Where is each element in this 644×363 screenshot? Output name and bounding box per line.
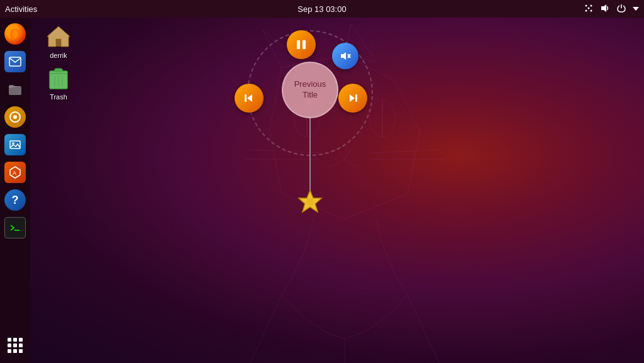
desktop-icons: derrik Trash bbox=[36, 24, 80, 101]
desktop-icon-trash[interactable]: Trash bbox=[36, 65, 80, 101]
svg-rect-49 bbox=[297, 40, 300, 49]
power-icon[interactable] bbox=[616, 3, 626, 15]
desktop-icon-derrik[interactable]: derrik bbox=[36, 24, 80, 59]
svg-point-0 bbox=[586, 4, 587, 6]
media-next-button[interactable] bbox=[338, 84, 367, 113]
activities-button[interactable]: Activities bbox=[5, 4, 37, 14]
appgrid-icon bbox=[8, 338, 23, 353]
svg-point-4 bbox=[591, 9, 592, 11]
topbar-right bbox=[584, 3, 639, 15]
svg-marker-5 bbox=[601, 4, 606, 12]
svg-point-11 bbox=[13, 115, 17, 119]
desktop: derrik Trash bbox=[30, 18, 644, 363]
sidebar-item-rhythmbox[interactable] bbox=[3, 104, 28, 130]
sidebar-item-shotwell[interactable] bbox=[3, 132, 28, 157]
media-volume-button[interactable] bbox=[332, 43, 358, 69]
svg-rect-8 bbox=[9, 57, 21, 66]
svg-point-59 bbox=[306, 198, 314, 206]
svg-point-2 bbox=[588, 7, 590, 9]
svg-line-29 bbox=[250, 294, 282, 363]
svg-marker-56 bbox=[350, 94, 355, 102]
topbar: Activities Sep 13 03:00 bbox=[0, 0, 644, 18]
svg-rect-55 bbox=[245, 94, 247, 102]
sidebar-item-terminal[interactable] bbox=[3, 215, 28, 240]
media-popup: Previous Title bbox=[200, 30, 338, 232]
media-star-badge[interactable] bbox=[296, 187, 325, 216]
svg-point-1 bbox=[591, 4, 592, 6]
svg-rect-57 bbox=[355, 94, 357, 102]
media-center-circle[interactable]: Previous Title bbox=[282, 62, 338, 118]
sidebar-item-appgrid[interactable] bbox=[3, 333, 28, 358]
sidebar-item-files[interactable] bbox=[3, 77, 28, 102]
svg-point-3 bbox=[586, 9, 587, 11]
svg-line-33 bbox=[395, 99, 420, 131]
svg-rect-41 bbox=[56, 39, 61, 47]
media-previous-button[interactable] bbox=[235, 84, 264, 113]
sidebar-item-appcenter[interactable]: A bbox=[3, 160, 28, 185]
svg-rect-9 bbox=[9, 86, 21, 95]
trash-icon bbox=[46, 65, 71, 91]
home-folder-icon bbox=[46, 24, 71, 49]
sidebar-item-help[interactable]: ? bbox=[3, 187, 28, 213]
desktop-icon-derrik-label: derrik bbox=[50, 52, 67, 59]
svg-rect-50 bbox=[303, 40, 306, 49]
media-playpause-button[interactable] bbox=[287, 30, 316, 59]
media-connector-line bbox=[309, 116, 311, 198]
topbar-datetime[interactable]: Sep 13 03:00 bbox=[297, 4, 346, 14]
svg-text:A: A bbox=[13, 170, 16, 176]
volume-icon[interactable] bbox=[600, 3, 610, 15]
svg-marker-6 bbox=[633, 7, 639, 11]
desktop-icon-trash-label: Trash bbox=[50, 93, 67, 101]
svg-marker-51 bbox=[341, 52, 346, 60]
sidebar-item-mail[interactable] bbox=[3, 49, 28, 74]
network-icon[interactable] bbox=[584, 3, 594, 15]
settings-menu-icon[interactable] bbox=[633, 4, 639, 14]
sidebar: A ? bbox=[0, 18, 30, 363]
svg-rect-12 bbox=[10, 141, 20, 148]
media-title: Previous Title bbox=[294, 79, 326, 101]
svg-line-30 bbox=[408, 294, 439, 363]
svg-marker-54 bbox=[247, 94, 252, 102]
svg-line-27 bbox=[370, 150, 439, 153]
topbar-left: Activities bbox=[5, 4, 37, 14]
sidebar-item-firefox[interactable] bbox=[3, 21, 28, 47]
